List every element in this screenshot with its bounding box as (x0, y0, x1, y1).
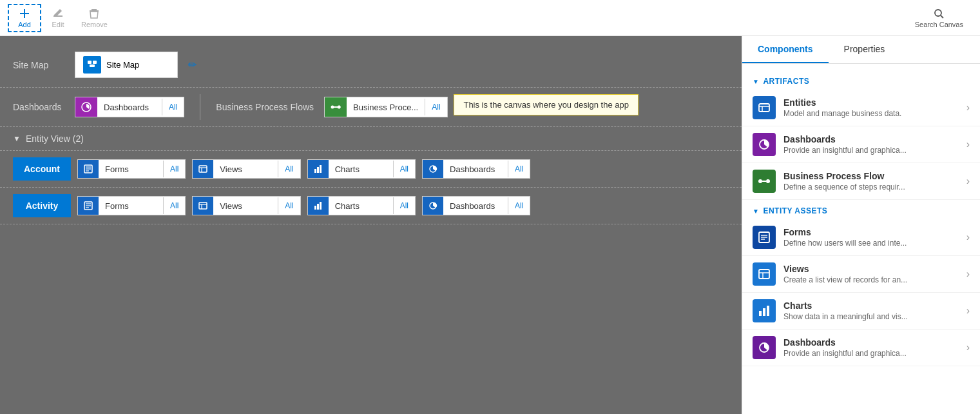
bpf-all[interactable]: All (425, 99, 447, 115)
svg-marker-14 (339, 105, 341, 109)
dashboards-artifact-text: Dashboards Provide an insightful and gra… (783, 134, 959, 155)
artifacts-title: ARTIFACTS (763, 77, 809, 86)
account-charts-box[interactable]: Charts All (307, 159, 416, 179)
svg-rect-30 (199, 202, 207, 209)
activity-dashboards-all[interactable]: All (508, 197, 530, 214)
views-asset-desc: Create a list view of records for an... (783, 275, 959, 284)
entity-collapse-icon[interactable]: ▼ (13, 134, 21, 143)
entity-assets-section-header: ▼ ENTITY ASSETS (742, 200, 980, 219)
remove-label: Remove (81, 21, 108, 28)
forms-asset-chevron-icon: › (966, 232, 970, 243)
entity-assets-collapse-icon[interactable]: ▼ (753, 208, 759, 215)
site-map-edit-button[interactable]: ✏ (188, 59, 197, 71)
svg-rect-7 (88, 61, 91, 64)
site-map-icon (83, 56, 101, 74)
site-map-box[interactable]: Site Map (75, 52, 178, 78)
activity-views-all[interactable]: All (278, 197, 300, 214)
dashboards-artifact-desc: Provide an insightful and graphica... (783, 146, 959, 155)
svg-rect-54 (767, 306, 769, 316)
edit-icon (52, 8, 64, 19)
activity-views-box[interactable]: Views All (192, 196, 300, 215)
svg-rect-23 (317, 167, 319, 173)
bpf-comp-name: Business Process Flow (783, 171, 959, 181)
svg-line-6 (941, 15, 943, 18)
svg-rect-22 (314, 169, 316, 173)
dashboards-asset-item[interactable]: Dashboards Provide an insightful and gra… (742, 330, 980, 366)
forms-asset-text: Forms Define how users will see and inte… (783, 227, 959, 248)
svg-rect-4 (91, 9, 97, 10)
svg-rect-49 (759, 270, 769, 279)
activity-charts-icon (308, 197, 329, 215)
views-asset-name: Views (783, 264, 959, 274)
row-divider (200, 94, 200, 120)
search-canvas-button[interactable]: Search Canvas (906, 4, 972, 32)
activity-forms-all[interactable]: All (163, 197, 185, 214)
svg-rect-19 (199, 166, 207, 172)
entities-icon (753, 96, 776, 119)
activity-charts-text: Charts (329, 197, 393, 215)
charts-asset-item[interactable]: Charts Show data in a meaningful and vis… (742, 293, 980, 330)
dashboards-artifact-item[interactable]: Dashboards Provide an insightful and gra… (742, 126, 980, 163)
artifacts-section-header: ▼ ARTIFACTS (742, 70, 980, 90)
entities-text: Entities Model and manage business data. (783, 97, 959, 118)
toolbar: Add Edit Remove Search Canvas (0, 0, 980, 36)
edit-button[interactable]: Edit (41, 4, 75, 32)
dashboards-artifact-chevron-icon: › (966, 139, 970, 150)
site-map-label: Site Map (13, 60, 64, 70)
account-views-box[interactable]: Views All (192, 159, 300, 179)
site-map-text: Site Map (106, 60, 139, 70)
dashboards-text: Dashboards (97, 99, 162, 116)
bpf-chevron-icon: › (966, 175, 970, 187)
account-dashboards-all[interactable]: All (508, 161, 530, 177)
tab-properties[interactable]: Properties (829, 36, 901, 63)
panel-content: ▼ ARTIFACTS Entities Model and manage bu… (742, 64, 980, 414)
activity-dashboards-box[interactable]: Dashboards All (422, 196, 530, 215)
main-area: This is the canvas where you design the … (0, 36, 980, 414)
bpf-label: Business Process Flows (216, 102, 314, 112)
dashboards-box[interactable]: Dashboards All (75, 97, 184, 117)
tab-components[interactable]: Components (742, 36, 829, 63)
add-button[interactable]: Add (8, 4, 41, 32)
svg-rect-53 (763, 308, 765, 316)
account-views-all[interactable]: All (278, 161, 300, 177)
entities-item[interactable]: Entities Model and manage business data.… (742, 90, 980, 126)
account-dashboards-icon (423, 160, 443, 178)
account-views-text: Views (213, 161, 278, 178)
activity-charts-all[interactable]: All (393, 197, 415, 214)
dashboards-all[interactable]: All (162, 99, 184, 115)
account-button[interactable]: Account (13, 157, 71, 181)
bpf-item[interactable]: Business Process Flow Define a sequence … (742, 163, 980, 200)
account-forms-box[interactable]: Forms All (77, 159, 186, 179)
remove-button[interactable]: Remove (75, 4, 114, 32)
svg-point-11 (331, 106, 334, 109)
svg-rect-8 (93, 61, 97, 64)
views-asset-chevron-icon: › (966, 268, 970, 280)
account-charts-all[interactable]: All (393, 161, 415, 177)
artifacts-collapse-icon[interactable]: ▼ (753, 78, 759, 85)
views-asset-item[interactable]: Views Create a list view of records for … (742, 256, 980, 293)
forms-asset-item[interactable]: Forms Define how users will see and inte… (742, 219, 980, 256)
forms-asset-icon (753, 226, 776, 249)
svg-rect-33 (314, 206, 316, 210)
svg-rect-13 (334, 106, 338, 108)
activity-forms-box[interactable]: Forms All (77, 196, 186, 215)
activity-views-text: Views (213, 197, 278, 215)
account-dashboards-box[interactable]: Dashboards All (422, 159, 530, 179)
activity-button[interactable]: Activity (13, 194, 71, 217)
activity-forms-icon (78, 197, 99, 215)
entity-view-header: ▼ Entity View (2) (0, 127, 742, 151)
svg-rect-9 (90, 64, 95, 67)
bpf-box[interactable]: Business Proce... All (324, 97, 448, 117)
remove-icon (88, 8, 100, 19)
account-forms-all[interactable]: All (163, 161, 185, 177)
charts-asset-name: Charts (783, 301, 959, 311)
search-icon (933, 8, 945, 19)
charts-asset-chevron-icon: › (966, 305, 970, 317)
site-map-row: Site Map Site Map ✏ (0, 43, 742, 88)
edit-label: Edit (52, 21, 64, 28)
dashboards-asset-icon (753, 336, 776, 359)
activity-charts-box[interactable]: Charts All (307, 196, 416, 215)
charts-asset-desc: Show data in a meaningful and vis... (783, 312, 959, 321)
entity-row-account: Account Forms All Views All (0, 151, 742, 188)
account-forms-text: Forms (99, 161, 163, 178)
